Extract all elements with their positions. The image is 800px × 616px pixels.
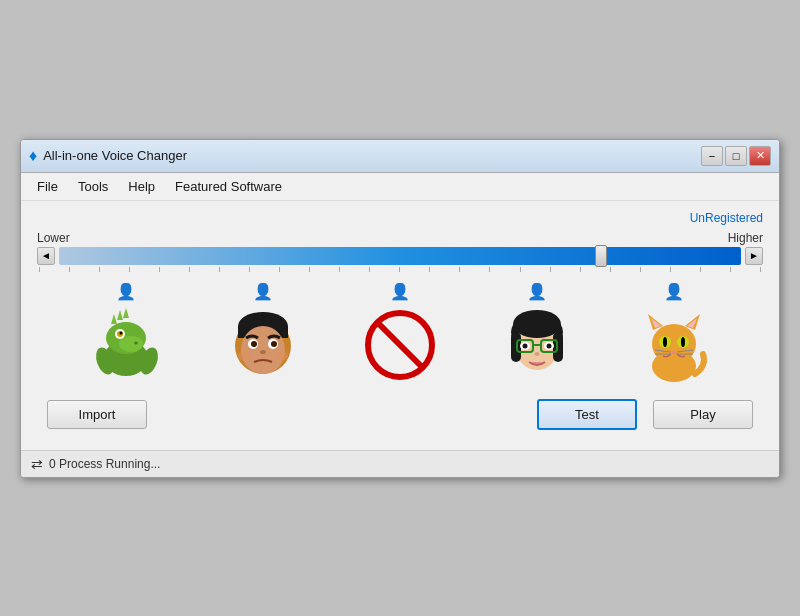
lower-label: Lower (37, 231, 70, 245)
tick-23 (700, 267, 701, 272)
tick-24 (730, 267, 731, 272)
pitch-slider[interactable] (59, 247, 741, 265)
menu-bar: File Tools Help Featured Software (21, 173, 779, 201)
menu-file[interactable]: File (29, 176, 66, 197)
avatar-block-img (360, 305, 440, 385)
block-svg (361, 306, 439, 384)
tick-10 (309, 267, 310, 272)
svg-line-24 (378, 323, 422, 367)
svg-point-46 (663, 337, 667, 347)
close-button[interactable]: ✕ (749, 146, 771, 166)
man-svg (224, 306, 302, 384)
avatar-dragon-img (86, 305, 166, 385)
svg-point-20 (260, 350, 266, 354)
tick-4 (129, 267, 130, 272)
unregistered-label[interactable]: UnRegistered (37, 211, 763, 225)
higher-label: Higher (728, 231, 763, 245)
svg-marker-7 (111, 314, 117, 324)
slider-container: ◄ ► (37, 247, 763, 265)
tick-1 (39, 267, 40, 272)
menu-featured-software[interactable]: Featured Software (167, 176, 290, 197)
svg-point-36 (547, 343, 552, 348)
svg-marker-9 (123, 308, 129, 318)
avatar-block[interactable]: 👤 (360, 282, 440, 385)
tick-12 (369, 267, 370, 272)
avatar-man-img (223, 305, 303, 385)
svg-point-2 (119, 336, 143, 352)
avatar-man[interactable]: 👤 (223, 282, 303, 385)
import-button[interactable]: Import (47, 400, 147, 429)
menu-help[interactable]: Help (120, 176, 163, 197)
tick-17 (520, 267, 521, 272)
play-button[interactable]: Play (653, 400, 753, 429)
tick-marks (37, 267, 763, 272)
tick-16 (489, 267, 490, 272)
tick-3 (99, 267, 100, 272)
svg-point-19 (271, 341, 277, 347)
status-icon: ⇄ (31, 456, 43, 472)
avatars-row: 👤 (37, 282, 763, 385)
app-icon: ♦ (29, 147, 37, 165)
title-bar: ♦ All-in-one Voice Changer − □ ✕ (21, 140, 779, 173)
tick-18 (550, 267, 551, 272)
tick-8 (249, 267, 250, 272)
title-bar-left: ♦ All-in-one Voice Changer (29, 147, 187, 165)
minimize-button[interactable]: − (701, 146, 723, 166)
avatar-woman-img (497, 305, 577, 385)
tick-7 (219, 267, 220, 272)
svg-point-35 (523, 343, 528, 348)
svg-point-22 (274, 351, 288, 361)
svg-point-18 (251, 341, 257, 347)
person-icon-woman: 👤 (527, 282, 547, 301)
tick-2 (69, 267, 70, 272)
window-title: All-in-one Voice Changer (43, 148, 187, 163)
tick-14 (429, 267, 430, 272)
main-content: UnRegistered Lower Higher ◄ ► (21, 201, 779, 450)
person-icon-block: 👤 (390, 282, 410, 301)
tick-19 (580, 267, 581, 272)
svg-point-37 (535, 352, 540, 356)
slider-right-arrow[interactable]: ► (745, 247, 763, 265)
tick-20 (610, 267, 611, 272)
svg-marker-8 (117, 310, 123, 320)
slider-section: Lower Higher ◄ ► (37, 231, 763, 272)
tick-15 (459, 267, 460, 272)
avatar-woman[interactable]: 👤 (497, 282, 577, 385)
avatar-cat[interactable]: 👤 (634, 282, 714, 385)
tick-25 (760, 267, 761, 272)
status-bar: ⇄ 0 Process Running... (21, 450, 779, 477)
tick-13 (399, 267, 400, 272)
maximize-button[interactable]: □ (725, 146, 747, 166)
tick-21 (640, 267, 641, 272)
buttons-row: Import Test Play (37, 399, 763, 430)
title-buttons: − □ ✕ (701, 146, 771, 166)
test-button[interactable]: Test (537, 399, 637, 430)
woman-svg (498, 306, 576, 384)
slider-left-arrow[interactable]: ◄ (37, 247, 55, 265)
slider-wrapper (59, 247, 741, 265)
person-icon-dragon: 👤 (116, 282, 136, 301)
svg-point-5 (119, 331, 122, 334)
svg-point-21 (238, 351, 252, 361)
svg-point-6 (134, 341, 138, 344)
dragon-svg (87, 306, 165, 384)
svg-point-47 (681, 337, 685, 347)
tick-11 (339, 267, 340, 272)
avatar-dragon[interactable]: 👤 (86, 282, 166, 385)
svg-point-27 (513, 310, 561, 338)
tick-22 (670, 267, 671, 272)
status-text: 0 Process Running... (49, 457, 160, 471)
person-icon-cat: 👤 (664, 282, 684, 301)
cat-svg (635, 306, 713, 384)
avatar-cat-img (634, 305, 714, 385)
svg-point-39 (652, 324, 696, 364)
slider-labels: Lower Higher (37, 231, 763, 245)
main-window: ♦ All-in-one Voice Changer − □ ✕ File To… (20, 139, 780, 478)
menu-tools[interactable]: Tools (70, 176, 116, 197)
tick-9 (279, 267, 280, 272)
person-icon-man: 👤 (253, 282, 273, 301)
tick-5 (159, 267, 160, 272)
tick-6 (189, 267, 190, 272)
